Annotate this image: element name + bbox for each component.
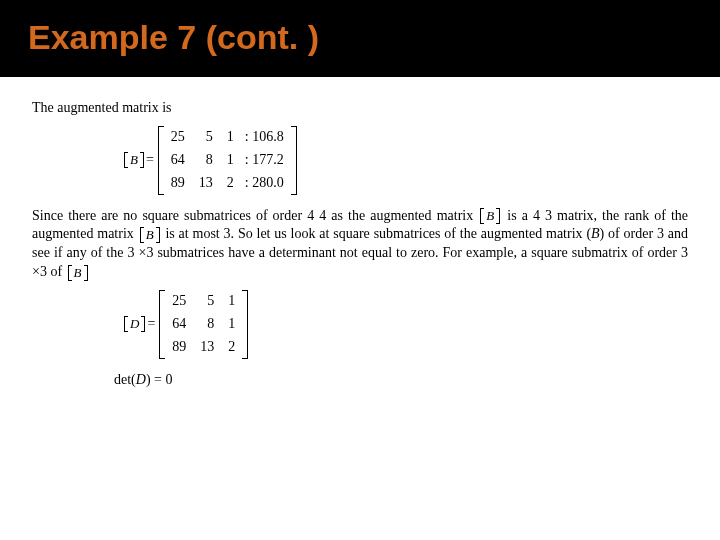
matrix-b-label: B bbox=[124, 152, 144, 168]
inline-matrix-b-icon: B bbox=[140, 227, 160, 243]
inline-matrix-b-icon: B bbox=[68, 265, 88, 281]
intro-text: The augmented matrix is bbox=[32, 99, 688, 118]
equals-sign: = bbox=[147, 315, 155, 334]
matrix-b-block: B = 2551: 106.8 6481: 177.2 89132: 280.0 bbox=[122, 126, 688, 195]
matrix-b-table: 2551: 106.8 6481: 177.2 89132: 280.0 bbox=[164, 126, 291, 195]
bracket-right-icon bbox=[242, 290, 248, 359]
matrix-d-label: D bbox=[124, 316, 145, 332]
bracket-right-icon bbox=[291, 126, 297, 195]
table-row: 2551: 106.8 bbox=[164, 126, 291, 149]
equals-sign: = bbox=[146, 151, 154, 170]
paragraph-1: Since there are no square submatrices of… bbox=[32, 207, 688, 283]
slide-title: Example 7 (cont. ) bbox=[0, 0, 720, 77]
matrix-d-block: D = 2551 6481 89132 bbox=[122, 290, 688, 359]
inline-matrix-b-icon: B bbox=[480, 208, 500, 224]
determinant-line: det(D) = 0 bbox=[114, 371, 688, 390]
slide-content: The augmented matrix is B = 2551: 106.8 … bbox=[0, 77, 720, 390]
table-row: 6481: 177.2 bbox=[164, 149, 291, 172]
table-row: 89132: 280.0 bbox=[164, 172, 291, 195]
matrix-d-table: 2551 6481 89132 bbox=[165, 290, 242, 359]
table-row: 2551 bbox=[165, 290, 242, 313]
table-row: 89132 bbox=[165, 336, 242, 359]
table-row: 6481 bbox=[165, 313, 242, 336]
